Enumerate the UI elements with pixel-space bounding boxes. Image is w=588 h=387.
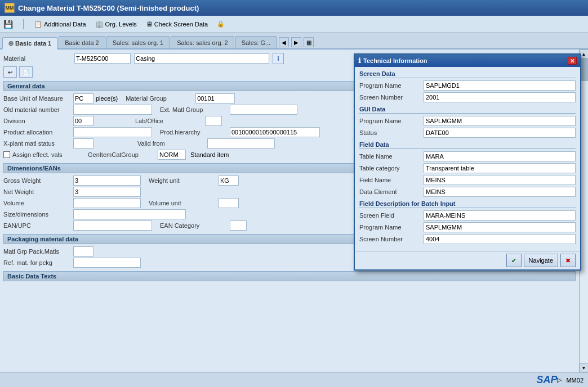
- additional-data-label: Additional Data: [44, 21, 86, 28]
- tech-ok-button[interactable]: ✔: [506, 254, 522, 267]
- volume-unit-label: Volume unit: [149, 200, 216, 206]
- size-input[interactable]: [73, 209, 186, 219]
- table-name-input[interactable]: [424, 151, 576, 161]
- batch-screen-number-row: Screen Number: [359, 234, 576, 244]
- tab-next-button[interactable]: ▶: [291, 37, 301, 47]
- field-name-input[interactable]: [424, 175, 576, 185]
- tech-info-dialog: ℹ Technical Information ✕ Screen Data Pr…: [354, 53, 581, 271]
- data-element-row: Data Element: [359, 187, 576, 197]
- batch-input-title: Field Description for Batch Input: [359, 200, 576, 208]
- batch-screen-number-label: Screen Number: [359, 236, 421, 242]
- material-number-input[interactable]: [74, 53, 131, 64]
- tech-dialog-close-button[interactable]: ✕: [568, 57, 577, 65]
- tab-basic-data-2[interactable]: Basic data 2: [59, 36, 105, 48]
- lab-office-input[interactable]: [205, 116, 222, 126]
- tech-dialog-body: Screen Data Program Name Screen Number G…: [355, 67, 580, 251]
- tech-cancel-button[interactable]: ✖: [560, 254, 576, 267]
- material-label: Material: [3, 55, 71, 62]
- gen-item-cat-input[interactable]: [158, 150, 186, 160]
- save-button[interactable]: 💾: [3, 20, 13, 29]
- screen-program-name-label: Program Name: [359, 82, 421, 89]
- tech-navigate-button[interactable]: Navigate: [524, 254, 558, 267]
- screen-number-label: Screen Number: [359, 94, 421, 101]
- screen-data-section: Screen Data Program Name Screen Number: [359, 70, 576, 102]
- additional-data-button[interactable]: 📋 Additional Data: [34, 20, 86, 28]
- copy-button[interactable]: 📄: [19, 66, 33, 78]
- net-weight-input[interactable]: [73, 187, 141, 197]
- org-levels-button[interactable]: 🏢 Org. Levels: [95, 20, 137, 28]
- batch-program-name-input[interactable]: [424, 222, 576, 232]
- transaction-code: MM02: [566, 377, 583, 384]
- screen-program-name-input[interactable]: [424, 80, 576, 91]
- ean-upc-label: EAN/UPC: [3, 222, 71, 229]
- ean-upc-input[interactable]: [73, 220, 152, 231]
- ext-matl-group-input[interactable]: [230, 105, 297, 115]
- basic-data-texts-header: Basic Data Texts: [3, 271, 576, 281]
- table-category-label: Table category: [359, 165, 421, 172]
- back-button[interactable]: ↩: [3, 66, 17, 78]
- back-icon: ↩: [8, 69, 12, 75]
- tab-basic-data-1[interactable]: ◎ Basic data 1: [2, 37, 57, 50]
- ref-mat-input[interactable]: [73, 258, 141, 268]
- product-alloc-input[interactable]: [73, 127, 152, 137]
- material-info-button[interactable]: i: [273, 53, 284, 64]
- status-right: ▷ MM02: [557, 376, 583, 384]
- gross-weight-input[interactable]: [73, 176, 141, 186]
- batch-screen-number-input[interactable]: [424, 234, 576, 244]
- assign-effect-checkbox[interactable]: [3, 151, 10, 158]
- batch-program-name-row: Program Name: [359, 222, 576, 232]
- title-bar: MM Change Material T-M525C00 (Semi-finis…: [0, 0, 588, 16]
- tab-bar: ◎ Basic data 1 Basic data 2 Sales: sales…: [0, 33, 588, 50]
- weight-unit-input[interactable]: [219, 176, 239, 186]
- prod-hierarchy-input[interactable]: [230, 127, 320, 137]
- gui-data-title: GUI Data: [359, 106, 576, 114]
- size-label: Size/dimensions: [3, 211, 71, 218]
- gui-status-input[interactable]: [424, 128, 576, 138]
- table-category-input[interactable]: [424, 163, 576, 173]
- material-description-input[interactable]: [134, 53, 269, 64]
- prod-hierarchy-label: Prod.hierarchy: [160, 129, 228, 136]
- app-icon: MM: [5, 3, 15, 13]
- tab-prev-button[interactable]: ◀: [279, 37, 289, 47]
- gui-program-name-input[interactable]: [424, 116, 576, 126]
- table-name-row: Table Name: [359, 151, 576, 161]
- check-screen-data-button[interactable]: 🖥 Check Screen Data: [146, 20, 208, 28]
- volume-label: Volume: [3, 200, 71, 206]
- tech-dialog-footer: ✔ Navigate ✖: [355, 251, 580, 269]
- data-element-label: Data Element: [359, 188, 421, 195]
- tab-sales-g[interactable]: Sales: G...: [235, 36, 277, 48]
- additional-data-icon: 📋: [34, 20, 42, 28]
- old-material-input[interactable]: [73, 105, 152, 115]
- field-name-row: Field Name: [359, 175, 576, 185]
- volume-input[interactable]: [73, 198, 141, 208]
- org-levels-icon: 🏢: [95, 20, 104, 28]
- valid-from-input[interactable]: [207, 138, 275, 148]
- xplant-label: X-plant matl status: [3, 140, 71, 147]
- lock-icon: 🔒: [217, 20, 225, 28]
- ean-category-input[interactable]: [230, 220, 247, 231]
- navigate-label: Navigate: [529, 257, 553, 264]
- base-unit-text: piece(s): [96, 95, 118, 102]
- material-group-input[interactable]: [195, 93, 235, 104]
- screen-number-input[interactable]: [424, 92, 576, 102]
- table-name-label: Table Name: [359, 153, 421, 160]
- scroll-down-button[interactable]: ▼: [580, 363, 589, 372]
- data-element-input[interactable]: [424, 187, 576, 197]
- xplant-input[interactable]: [73, 138, 93, 148]
- tech-dialog-title-text: Technical Information: [363, 57, 427, 64]
- tab-sales-org-2[interactable]: Sales: sales org. 2: [171, 36, 234, 48]
- base-unit-input[interactable]: [73, 93, 93, 104]
- screen-number-row: Screen Number: [359, 92, 576, 102]
- tab-sales-org-1[interactable]: Sales: sales org. 1: [106, 36, 170, 48]
- material-group-label: Material Group: [126, 95, 193, 102]
- volume-unit-input[interactable]: [219, 198, 239, 208]
- info-icon: i: [277, 55, 279, 62]
- product-alloc-label: Product allocation: [3, 129, 71, 136]
- field-name-label: Field Name: [359, 177, 421, 183]
- division-input[interactable]: [73, 116, 93, 126]
- lock-button[interactable]: 🔒: [217, 20, 225, 28]
- screen-field-input[interactable]: [424, 210, 576, 220]
- gen-item-cat-text: Standard item: [190, 151, 229, 158]
- matl-grp-input[interactable]: [73, 246, 93, 256]
- tab-list-button[interactable]: ▦: [304, 37, 314, 47]
